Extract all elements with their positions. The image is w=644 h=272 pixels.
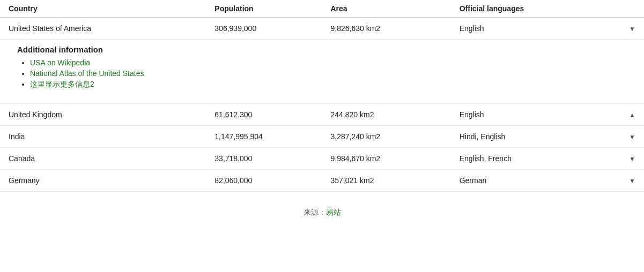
toggle-button[interactable]: ▼	[620, 170, 644, 192]
cell-country: India	[0, 126, 206, 148]
list-item: USA on Wikipedia	[30, 58, 627, 67]
cell-country: United States of America	[0, 18, 206, 40]
cell-area: 9,826,630 km2	[322, 18, 450, 40]
source-label: 来源：	[304, 208, 326, 216]
cell-area: 244,820 km2	[322, 104, 450, 126]
cell-languages: English	[451, 18, 620, 40]
table-row: Canada 33,718,000 9,984,670 km2 English,…	[0, 148, 644, 170]
cell-country: United Kingdom	[0, 104, 206, 126]
table-row: Germany 82,060,000 357,021 km2 German ▼	[0, 170, 644, 192]
column-header-toggle	[620, 0, 644, 18]
toggle-button[interactable]: ▼	[620, 18, 644, 40]
cell-languages: German	[451, 170, 620, 192]
cell-population: 82,060,000	[206, 170, 322, 192]
table-row: India 1,147,995,904 3,287,240 km2 Hindi,…	[0, 126, 644, 148]
info-link[interactable]: National Atlas of the United States	[30, 69, 144, 78]
column-header-area: Area	[322, 0, 450, 18]
info-link[interactable]: 这里显示更多信息2	[30, 80, 94, 88]
cell-languages: English, French	[451, 148, 620, 170]
cell-population: 33,718,000	[206, 148, 322, 170]
toggle-button[interactable]: ▼	[620, 148, 644, 170]
cell-population: 61,612,300	[206, 104, 322, 126]
column-header-country: Country	[0, 0, 206, 18]
additional-info-cell: Additional information USA on WikipediaN…	[0, 40, 644, 104]
column-header-languages: Official languages	[451, 0, 620, 18]
cell-country: Germany	[0, 170, 206, 192]
toggle-button[interactable]: ▲	[620, 104, 644, 126]
info-link[interactable]: USA on Wikipedia	[30, 58, 90, 67]
list-item: National Atlas of the United States	[30, 69, 627, 78]
cell-languages: Hindi, English	[451, 126, 620, 148]
footer: 来源：易站	[0, 192, 644, 233]
cell-population: 306,939,000	[206, 18, 322, 40]
cell-languages: English	[451, 104, 620, 126]
cell-area: 9,984,670 km2	[322, 148, 450, 170]
toggle-button[interactable]: ▼	[620, 126, 644, 148]
cell-country: Canada	[0, 148, 206, 170]
cell-population: 1,147,995,904	[206, 126, 322, 148]
additional-info-heading: Additional information	[17, 45, 627, 54]
table-row: United Kingdom 61,612,300 244,820 km2 En…	[0, 104, 644, 126]
table-row: United States of America 306,939,000 9,8…	[0, 18, 644, 40]
list-item: 这里显示更多信息2	[30, 80, 627, 89]
expanded-row: Additional information USA on WikipediaN…	[0, 40, 644, 104]
additional-info-list: USA on WikipediaNational Atlas of the Un…	[17, 58, 627, 89]
column-header-population: Population	[206, 0, 322, 18]
source-link[interactable]: 易站	[326, 208, 341, 216]
cell-area: 3,287,240 km2	[322, 126, 450, 148]
cell-area: 357,021 km2	[322, 170, 450, 192]
